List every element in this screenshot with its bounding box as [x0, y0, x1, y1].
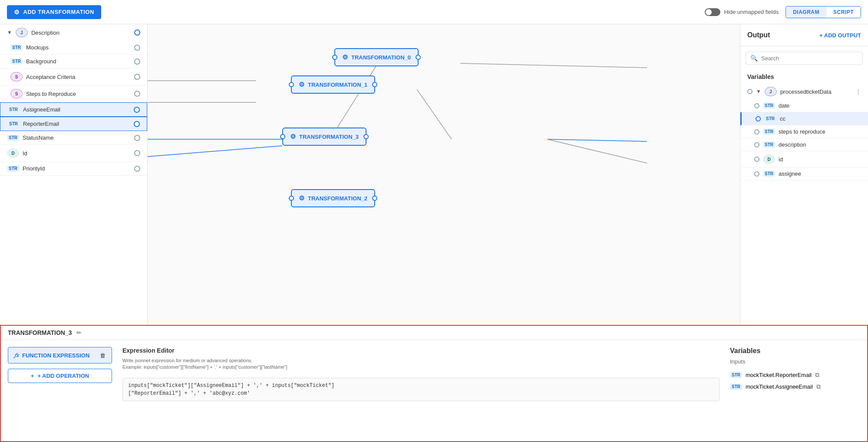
field-connector[interactable]	[134, 74, 140, 80]
output-title: Output	[747, 31, 770, 39]
svg-line-6	[547, 139, 647, 141]
bottom-var-reporter-email: STR mockTicket.ReporterEmail ⧉	[730, 369, 860, 381]
field-connector[interactable]	[134, 29, 140, 36]
expression-code[interactable]: inputs["mockTicket"]["AssigneeEmail"] + …	[122, 378, 719, 401]
field-connector[interactable]	[134, 121, 140, 127]
type-badge-str: STR	[763, 102, 775, 109]
hide-unmapped-toggle[interactable]	[705, 8, 720, 16]
more-options-icon[interactable]: ⋮	[855, 88, 861, 95]
var-item-date[interactable]: STR date	[740, 99, 868, 112]
func-expr-label: 𝑓𝑥 FUNCTION EXPRESSION	[14, 352, 89, 359]
var-connector[interactable]	[754, 129, 759, 134]
type-badge-str: STR	[10, 58, 23, 65]
node-connector-right[interactable]	[363, 134, 369, 139]
field-id[interactable]: D Id	[0, 145, 147, 162]
type-badge-str: STR	[730, 372, 742, 378]
bottom-panel-header: TRANSFORMATION_3 ✏	[1, 326, 867, 340]
node-connector-left[interactable]	[289, 82, 294, 87]
field-connector[interactable]	[134, 91, 140, 97]
copy-icon[interactable]: ⧉	[815, 371, 819, 379]
type-badge-s: S	[10, 89, 23, 98]
gear-icon: ⚙	[14, 9, 20, 16]
field-background[interactable]: STR Background	[0, 55, 147, 69]
function-expression-section: 𝑓𝑥 FUNCTION EXPRESSION 🗑 + + ADD OPERATI…	[8, 347, 112, 434]
editor-title: Expression Editor	[122, 347, 719, 354]
svg-line-3	[417, 89, 452, 139]
var-item-id[interactable]: D id	[740, 151, 868, 167]
node-connector-right[interactable]	[416, 55, 421, 60]
var-item-steps-to-reproduce[interactable]: STR steps to reproduce	[740, 125, 868, 138]
var-connector[interactable]	[754, 103, 759, 108]
tab-script[interactable]: SCRIPT	[826, 7, 861, 18]
var-connector[interactable]	[754, 142, 759, 147]
var-item-description[interactable]: STR description	[740, 138, 868, 151]
transformation-name: TRANSFORMATION_3	[8, 329, 72, 336]
type-badge-str: STR	[763, 128, 775, 135]
node-transformation-3[interactable]: ⚙ TRANSFORMATION_3	[282, 128, 366, 146]
field-acceptance-criteria[interactable]: S Acceptance Criteria	[0, 69, 147, 85]
field-connector[interactable]	[134, 59, 140, 65]
type-badge-j: J	[16, 28, 28, 37]
type-badge-str: STR	[7, 165, 19, 172]
svg-line-8	[460, 63, 647, 68]
field-priority-id[interactable]: STR PriorityId	[0, 162, 147, 176]
bottom-variables: Variables Inputs STR mockTicket.Reporter…	[730, 347, 860, 434]
view-tabs: DIAGRAM SCRIPT	[785, 6, 861, 18]
bottom-panel: TRANSFORMATION_3 ✏ 𝑓𝑥 FUNCTION EXPRESSIO…	[0, 325, 868, 442]
var-connector[interactable]	[754, 171, 759, 177]
node-connector-right[interactable]	[372, 82, 377, 87]
hide-unmapped-toggle-area: Hide unmapped fields	[705, 8, 779, 16]
add-output-button[interactable]: + ADD OUTPUT	[819, 32, 861, 39]
top-bar-right: Hide unmapped fields DIAGRAM SCRIPT	[705, 6, 861, 18]
collapse-arrow-icon[interactable]: ▼	[756, 88, 761, 95]
add-transformation-button[interactable]: ⚙ ADD TRANSFORMATION	[7, 5, 101, 19]
search-input[interactable]	[761, 55, 858, 62]
field-status-name[interactable]: STR StatusName	[0, 131, 147, 145]
type-badge-d: D	[7, 148, 19, 158]
variables-label: Variables	[740, 70, 868, 84]
search-box: 🔍	[746, 52, 863, 65]
type-badge-d: D	[763, 154, 775, 164]
var-item-assignee[interactable]: STR assignee	[740, 167, 868, 180]
node-connector-left[interactable]	[332, 55, 337, 60]
expression-editor-section: Expression Editor Write jsonnet expressi…	[122, 347, 719, 434]
field-reporter-email[interactable]: STR ReporterEmail	[0, 117, 147, 131]
editor-hint: Write jsonnet expression for medium or a…	[122, 357, 719, 371]
plus-icon: +	[31, 373, 34, 379]
node-transformation-2[interactable]: ⚙ TRANSFORMATION_2	[291, 189, 375, 207]
node-connector-left[interactable]	[280, 134, 285, 139]
var-connector[interactable]	[747, 89, 752, 94]
delete-icon[interactable]: 🗑	[100, 352, 106, 359]
node-transformation-0[interactable]: ⚙ TRANSFORMATION_0	[334, 48, 419, 66]
var-connector[interactable]	[756, 116, 761, 121]
function-expression-button[interactable]: 𝑓𝑥 FUNCTION EXPRESSION 🗑	[8, 347, 112, 363]
bottom-content: 𝑓𝑥 FUNCTION EXPRESSION 🗑 + + ADD OPERATI…	[1, 340, 867, 441]
field-steps-to-reproduce[interactable]: S Steps to Reproduce	[0, 85, 147, 102]
edit-icon[interactable]: ✏	[76, 329, 82, 336]
field-connector[interactable]	[134, 150, 140, 156]
node-connector-left[interactable]	[289, 196, 294, 201]
type-badge-s: S	[10, 72, 23, 82]
node-transformation-1[interactable]: ⚙ TRANSFORMATION_1	[291, 75, 375, 94]
var-group-header[interactable]: ▼ J processedticketData ⋮	[740, 84, 868, 99]
type-badge-str: STR	[763, 170, 775, 177]
svg-line-5	[148, 146, 282, 157]
collapse-arrow-icon[interactable]: ▼	[7, 29, 12, 36]
var-connector[interactable]	[754, 157, 759, 162]
tab-diagram[interactable]: DIAGRAM	[786, 7, 826, 18]
type-badge-str: STR	[763, 141, 775, 148]
field-connector[interactable]	[134, 107, 140, 113]
field-connector[interactable]	[134, 45, 140, 51]
type-badge-str: STR	[10, 44, 23, 51]
field-connector[interactable]	[134, 166, 140, 172]
node-connector-right[interactable]	[372, 196, 377, 201]
copy-icon[interactable]: ⧉	[816, 383, 821, 390]
var-item-cc[interactable]: STR cc	[740, 112, 868, 125]
add-operation-button[interactable]: + + ADD OPERATION	[8, 369, 112, 383]
field-description-header[interactable]: ▼ J Description	[0, 24, 147, 41]
field-connector[interactable]	[134, 135, 140, 141]
search-icon: 🔍	[750, 55, 758, 62]
field-mockups[interactable]: STR Mockups	[0, 41, 147, 55]
field-assignee-email[interactable]: STR AssigneeEmail	[0, 102, 147, 117]
type-badge-str: STR	[730, 383, 742, 390]
